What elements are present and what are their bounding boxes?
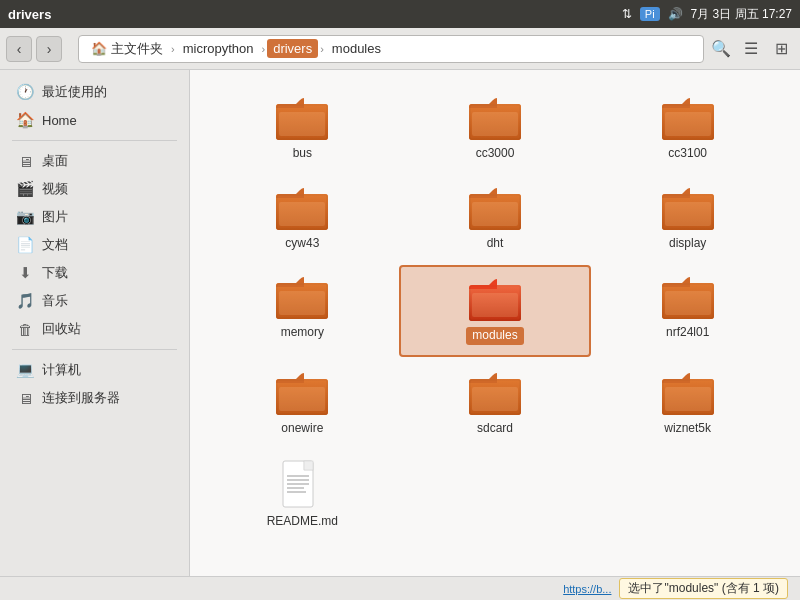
doc-icon-readme (282, 460, 322, 508)
sidebar-item-trash[interactable]: 🗑 回收站 (0, 315, 189, 343)
sidebar-item-pictures-label: 图片 (42, 208, 68, 226)
sidebar-item-documents[interactable]: 📄 文档 (0, 231, 189, 259)
datetime: 7月 3日 周五 17:27 (691, 6, 792, 23)
file-item-cc3100[interactable]: cc3100 (591, 86, 784, 172)
svg-rect-47 (665, 387, 711, 411)
svg-rect-19 (472, 202, 518, 226)
grid-view-button[interactable]: ⊞ (768, 36, 794, 62)
file-label-cc3100: cc3100 (668, 146, 707, 162)
folder-icon-cc3000 (469, 96, 521, 140)
sidebar-item-pictures[interactable]: 📷 图片 (0, 203, 189, 231)
folder-icon-dht (469, 186, 521, 230)
file-item-modules[interactable]: modules (399, 265, 592, 357)
sidebar-divider-1 (12, 140, 177, 141)
breadcrumb-drivers[interactable]: drivers (267, 39, 318, 58)
recent-icon: 🕐 (16, 83, 34, 101)
file-label-cyw43: cyw43 (285, 236, 319, 252)
file-item-display[interactable]: display (591, 176, 784, 262)
sidebar-item-videos[interactable]: 🎬 视频 (0, 175, 189, 203)
videos-icon: 🎬 (16, 180, 34, 198)
computer-icon: 💻 (16, 361, 34, 379)
search-button[interactable]: 🔍 (708, 36, 734, 62)
breadcrumb-sep-1: › (171, 43, 175, 55)
file-item-onewire[interactable]: onewire (206, 361, 399, 447)
forward-button[interactable]: › (36, 36, 62, 62)
svg-rect-3 (279, 112, 325, 136)
sidebar-item-recent[interactable]: 🕐 最近使用的 (0, 78, 189, 106)
pictures-icon: 📷 (16, 208, 34, 226)
back-button[interactable]: ‹ (6, 36, 32, 62)
sidebar-section-main: 🕐 最近使用的 🏠 Home 🖥 桌面 🎬 视频 📷 (0, 78, 189, 412)
sidebar-item-connect[interactable]: 🖥 连接到服务器 (0, 384, 189, 412)
breadcrumb-micropython[interactable]: micropython (177, 39, 260, 58)
sidebar-item-documents-label: 文档 (42, 236, 68, 254)
sidebar-item-trash-label: 回收站 (42, 320, 81, 338)
breadcrumb-drivers-label: drivers (273, 41, 312, 56)
file-item-sdcard[interactable]: sdcard (399, 361, 592, 447)
folder-icon-memory (276, 275, 328, 319)
file-label-dht: dht (487, 236, 504, 252)
pi-badge: Pi (640, 7, 660, 21)
statusbar: https://b... 选中了"modules" (含有 1 项) (0, 576, 800, 600)
svg-rect-39 (279, 387, 325, 411)
svg-rect-31 (472, 293, 518, 317)
svg-rect-7 (472, 112, 518, 136)
file-item-readme[interactable]: README.md (206, 450, 399, 540)
downloads-icon: ⬇ (16, 264, 34, 282)
file-item-dht[interactable]: dht (399, 176, 592, 262)
desktop-icon: 🖥 (16, 153, 34, 170)
breadcrumb-modules[interactable]: modules (326, 39, 387, 58)
file-label-display: display (669, 236, 706, 252)
svg-rect-15 (279, 202, 325, 226)
svg-rect-43 (472, 387, 518, 411)
svg-rect-49 (304, 461, 313, 470)
folder-icon-cyw43 (276, 186, 328, 230)
titlebar: drivers ⇅ Pi 🔊 7月 3日 周五 17:27 (0, 0, 800, 28)
folder-icon-bus (276, 96, 328, 140)
statusbar-link[interactable]: https://b... (563, 583, 611, 595)
sidebar-item-desktop[interactable]: 🖥 桌面 (0, 147, 189, 175)
folder-icon-display (662, 186, 714, 230)
breadcrumb-home-label: 主文件夹 (111, 40, 163, 58)
folder-icon-modules (469, 277, 521, 321)
file-item-wiznet5k[interactable]: wiznet5k (591, 361, 784, 447)
main-window: ‹ › 🏠 主文件夹 › micropython › drivers › mod… (0, 28, 800, 600)
svg-rect-35 (665, 291, 711, 315)
file-label-cc3000: cc3000 (476, 146, 515, 162)
sidebar-item-computer[interactable]: 💻 计算机 (0, 356, 189, 384)
list-view-button[interactable]: ☰ (738, 36, 764, 62)
home-sidebar-icon: 🏠 (16, 111, 34, 129)
breadcrumb-sep-3: › (320, 43, 324, 55)
sidebar-item-desktop-label: 桌面 (42, 152, 68, 170)
statusbar-selection: 选中了"modules" (含有 1 项) (619, 578, 788, 599)
svg-rect-23 (665, 202, 711, 226)
folder-icon-cc3100 (662, 96, 714, 140)
svg-rect-27 (279, 291, 325, 315)
connect-icon: 🖥 (16, 390, 34, 407)
breadcrumb-home[interactable]: 🏠 主文件夹 (85, 38, 169, 60)
sidebar-item-videos-label: 视频 (42, 180, 68, 198)
sidebar-item-recent-label: 最近使用的 (42, 83, 107, 101)
file-item-bus[interactable]: bus (206, 86, 399, 172)
content-area: 🕐 最近使用的 🏠 Home 🖥 桌面 🎬 视频 📷 (0, 70, 800, 576)
file-label-memory: memory (281, 325, 324, 341)
trash-icon: 🗑 (16, 321, 34, 338)
sidebar-item-downloads[interactable]: ⬇ 下载 (0, 259, 189, 287)
file-grid: bus cc3000 cc3 (190, 70, 800, 576)
toolbar: ‹ › 🏠 主文件夹 › micropython › drivers › mod… (0, 28, 800, 70)
folder-icon-nrf24l01 (662, 275, 714, 319)
file-item-cc3000[interactable]: cc3000 (399, 86, 592, 172)
file-item-nrf24l01[interactable]: nrf24l01 (591, 265, 784, 357)
sidebar: 🕐 最近使用的 🏠 Home 🖥 桌面 🎬 视频 📷 (0, 70, 190, 576)
sidebar-item-downloads-label: 下载 (42, 264, 68, 282)
file-item-memory[interactable]: memory (206, 265, 399, 357)
breadcrumb-sep-2: › (261, 43, 265, 55)
svg-rect-11 (665, 112, 711, 136)
sidebar-item-music[interactable]: 🎵 音乐 (0, 287, 189, 315)
sidebar-item-computer-label: 计算机 (42, 361, 81, 379)
file-label-wiznet5k: wiznet5k (664, 421, 711, 437)
volume-icon: 🔊 (668, 7, 683, 21)
sidebar-item-home[interactable]: 🏠 Home (0, 106, 189, 134)
file-item-cyw43[interactable]: cyw43 (206, 176, 399, 262)
file-label-modules: modules (466, 327, 523, 345)
